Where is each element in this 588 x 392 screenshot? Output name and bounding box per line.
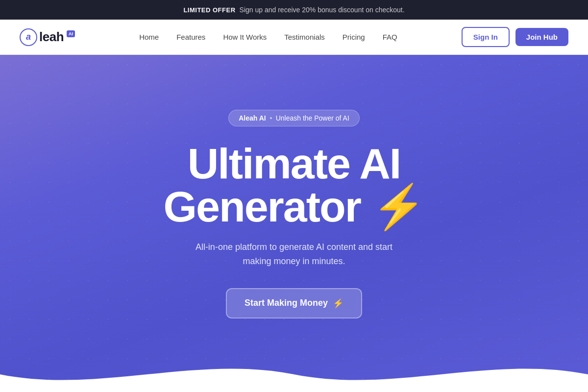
logo-icon: a <box>20 28 37 46</box>
hero-title-line2: Generator ⚡ <box>163 182 424 231</box>
hero-tag-dot <box>270 117 272 119</box>
nav-how-it-works[interactable]: How It Works <box>223 33 267 41</box>
hero-subtitle: All-in-one platform to generate AI conte… <box>184 240 404 269</box>
nav-faq[interactable]: FAQ <box>383 33 397 41</box>
announcement-bar: LIMITED OFFER Sign up and receive 20% bo… <box>0 0 588 20</box>
logo-ai-badge: AI <box>67 30 75 37</box>
signin-button[interactable]: Sign In <box>462 27 510 47</box>
join-hub-button[interactable]: Join Hub <box>515 28 568 46</box>
cta-label: Start Making Money <box>245 298 328 308</box>
offer-label: LIMITED OFFER <box>183 6 235 14</box>
nav-pricing[interactable]: Pricing <box>343 33 365 41</box>
cta-icon: ⚡ <box>333 298 343 309</box>
cta-button[interactable]: Start Making Money ⚡ <box>226 288 362 318</box>
hero-tag-slogan: Unleash the Power of AI <box>276 114 349 122</box>
offer-text: Sign up and receive 20% bonus discount o… <box>240 6 405 14</box>
nav-testimonials[interactable]: Testimonials <box>284 33 325 41</box>
logo[interactable]: a leah AI <box>20 28 75 46</box>
hero-title-line1: Ultimate AI <box>188 139 400 188</box>
nav-home[interactable]: Home <box>139 33 159 41</box>
hero-brand-name: Aleah AI <box>239 114 266 122</box>
nav-features[interactable]: Features <box>176 33 205 41</box>
nav-actions: Sign In Join Hub <box>462 27 568 47</box>
hero-title: Ultimate AI Generator ⚡ <box>163 142 424 228</box>
logo-text: leah <box>39 29 64 45</box>
hero-wave <box>0 345 588 392</box>
nav-links: Home Features How It Works Testimonials … <box>139 33 397 42</box>
hero-tag: Aleah AI Unleash the Power of AI <box>228 110 360 126</box>
hero-section: Aleah AI Unleash the Power of AI Ultimat… <box>0 55 588 392</box>
navbar: a leah AI Home Features How It Works Tes… <box>0 20 588 55</box>
